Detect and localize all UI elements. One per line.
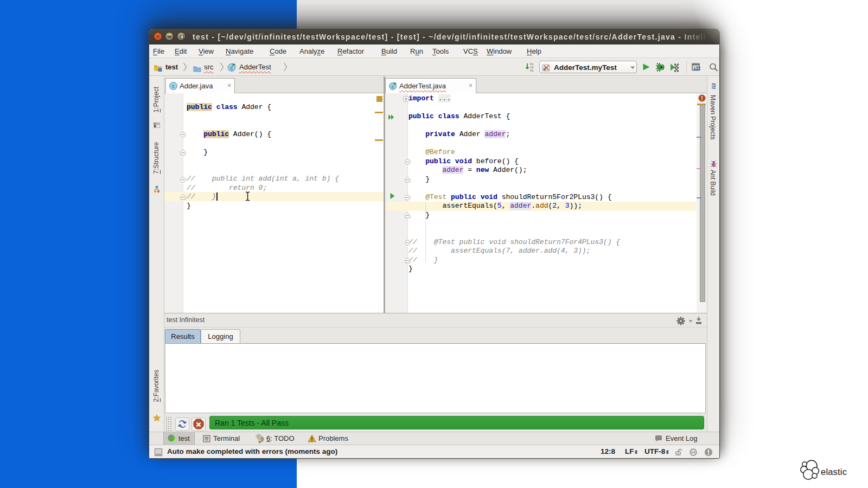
svg-text:c: c: [172, 84, 175, 89]
svg-text:!: !: [701, 95, 703, 101]
svg-text:01: 01: [530, 69, 534, 72]
